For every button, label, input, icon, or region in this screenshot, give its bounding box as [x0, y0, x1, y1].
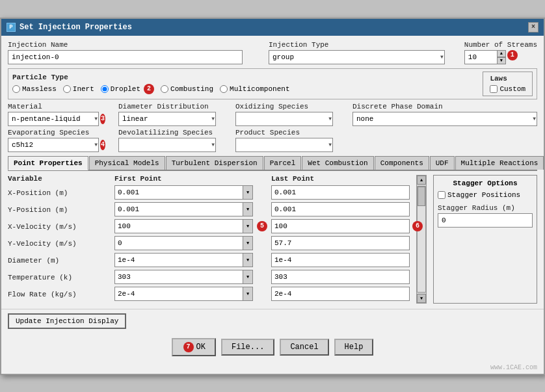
- diameter-first-arrow[interactable]: ▼: [243, 253, 253, 267]
- laws-header: Laws: [490, 75, 525, 83]
- product-species-label: Product Species: [235, 129, 339, 137]
- close-button[interactable]: ×: [528, 22, 538, 33]
- tab-turbulent-dispersion[interactable]: Turbulent Dispersion: [166, 156, 263, 170]
- badge-4: 4: [100, 140, 105, 150]
- discrete-phase-label: Discrete Phase Domain: [352, 103, 537, 111]
- radio-inert[interactable]: Inert: [63, 85, 94, 93]
- y-vel-first[interactable]: [114, 236, 243, 250]
- flowrate-first[interactable]: [114, 287, 243, 301]
- tab-parcel[interactable]: Parcel: [264, 156, 302, 170]
- tabs-container: Point Properties Physical Models Turbule…: [8, 156, 537, 171]
- tab-components[interactable]: Components: [375, 156, 429, 170]
- num-streams-spinner[interactable]: ▲ ▼: [497, 50, 506, 64]
- stagger-positions-checkbox[interactable]: Stagger Positions: [438, 191, 533, 199]
- injection-name-input[interactable]: [8, 50, 243, 64]
- ok-button[interactable]: 7OK: [172, 338, 216, 356]
- tab-point-properties[interactable]: Point Properties: [8, 156, 88, 170]
- badge-2: 2: [144, 84, 154, 94]
- tab-physical-models[interactable]: Physical Models: [89, 156, 165, 170]
- badge-3: 3: [100, 114, 105, 124]
- col-first-point: First Point: [114, 175, 253, 183]
- cancel-button[interactable]: Cancel: [280, 339, 328, 356]
- x-pos-first[interactable]: [114, 185, 243, 200]
- devolatilizing-select[interactable]: [118, 138, 216, 152]
- tab-udf[interactable]: UDF: [430, 156, 455, 170]
- window-title: Set Injection Properties: [20, 23, 132, 32]
- particle-type-group: Massless Inert Droplet 2 Combusting Mult…: [12, 84, 289, 94]
- temperature-first[interactable]: [114, 270, 243, 284]
- stagger-radius-label: Stagger Radius (m): [438, 204, 533, 212]
- num-streams-up[interactable]: ▲: [497, 50, 506, 57]
- discrete-phase-select[interactable]: none: [352, 112, 537, 126]
- stagger-radius-input[interactable]: [438, 213, 533, 228]
- material-label: Material: [8, 103, 105, 111]
- x-pos-last[interactable]: [271, 185, 410, 200]
- flowrate-last[interactable]: [271, 287, 410, 301]
- badge-1: 1: [507, 50, 518, 60]
- radio-massless[interactable]: Massless: [12, 85, 57, 93]
- y-pos-last[interactable]: [271, 202, 410, 216]
- y-vel-first-arrow[interactable]: ▼: [243, 236, 253, 250]
- particle-type-header: Particle Type: [12, 73, 289, 81]
- action-bar: 7OK File... Cancel Help: [1, 333, 544, 363]
- devolatilizing-label: Devolatilizing Species: [118, 129, 222, 137]
- watermark: www.1CAE.com: [1, 363, 544, 374]
- badge-6: 6: [412, 221, 423, 231]
- stagger-positions-label: Stagger Positions: [447, 191, 520, 199]
- oxidizing-species-label: Oxidizing Species: [235, 103, 339, 111]
- radio-multicomponent[interactable]: Multicomponent: [220, 85, 289, 93]
- y-pos-first-arrow[interactable]: ▼: [243, 202, 253, 216]
- scroll-thumb[interactable]: [418, 187, 425, 206]
- col-variable: Variable: [8, 175, 112, 183]
- y-pos-first[interactable]: [114, 202, 243, 216]
- x-vel-first-arrow[interactable]: ▼: [243, 219, 253, 233]
- table-row: Y-Position (m) ▼: [8, 202, 410, 216]
- scroll-up[interactable]: ▲: [417, 176, 426, 185]
- radio-droplet[interactable]: Droplet 2: [101, 84, 154, 94]
- tab-wet-combustion[interactable]: Wet Combustion: [302, 156, 373, 170]
- oxidizing-species-select[interactable]: [235, 112, 333, 126]
- scroll-track[interactable]: [417, 186, 426, 293]
- x-vel-last[interactable]: [271, 219, 410, 233]
- table-row: X-Velocity (m/s) ▼ 5 6: [8, 219, 410, 233]
- custom-checkbox[interactable]: Custom: [490, 85, 525, 93]
- injection-name-label: Injection Name: [8, 41, 243, 49]
- injection-type-select[interactable]: group: [269, 50, 445, 64]
- tab-multiple-reactions[interactable]: Multiple Reactions: [455, 156, 544, 170]
- custom-label: Custom: [499, 85, 525, 93]
- stagger-title: Stagger Options: [438, 179, 533, 187]
- material-select[interactable]: n-pentane-liquid: [8, 112, 99, 126]
- bottom-bar: Update Injection Display: [1, 309, 544, 333]
- num-streams-input[interactable]: [464, 50, 497, 64]
- product-species-select[interactable]: [235, 138, 333, 152]
- table-scrollbar[interactable]: ▲ ▼: [416, 175, 427, 304]
- temperature-last[interactable]: [271, 270, 410, 284]
- injection-type-label: Injection Type: [269, 41, 445, 49]
- x-vel-first[interactable]: [114, 219, 243, 233]
- y-vel-last[interactable]: [271, 236, 410, 250]
- radio-combusting[interactable]: Combusting: [161, 85, 213, 93]
- diameter-dist-label: Diameter Distribution: [118, 103, 222, 111]
- custom-check-input[interactable]: [490, 85, 498, 93]
- evaporating-species-select[interactable]: c5h12: [8, 138, 99, 152]
- update-injection-button[interactable]: Update Injection Display: [8, 313, 126, 329]
- stagger-panel: Stagger Options Stagger Positions Stagge…: [433, 175, 537, 304]
- x-pos-first-arrow[interactable]: ▼: [243, 185, 253, 200]
- diameter-first[interactable]: [114, 253, 243, 267]
- table-row: Diameter (m) ▼: [8, 253, 410, 267]
- badge-5: 5: [257, 221, 267, 231]
- file-button[interactable]: File...: [221, 339, 274, 356]
- evaporating-species-label: Evaporating Species: [8, 129, 105, 137]
- scroll-down[interactable]: ▼: [417, 294, 426, 303]
- badge-7: 7: [183, 342, 194, 352]
- table-row: Y-Velocity (m/s) ▼: [8, 236, 410, 250]
- window-icon: P: [7, 23, 16, 32]
- help-button[interactable]: Help: [334, 339, 374, 356]
- diameter-dist-select[interactable]: linear: [118, 112, 216, 126]
- temperature-first-arrow[interactable]: ▼: [243, 270, 253, 284]
- num-streams-label: Number of Streams: [464, 41, 537, 49]
- flowrate-first-arrow[interactable]: ▼: [243, 287, 253, 301]
- num-streams-down[interactable]: ▼: [497, 57, 506, 64]
- diameter-last[interactable]: [271, 253, 410, 267]
- table-row: X-Position (m) ▼: [8, 185, 410, 200]
